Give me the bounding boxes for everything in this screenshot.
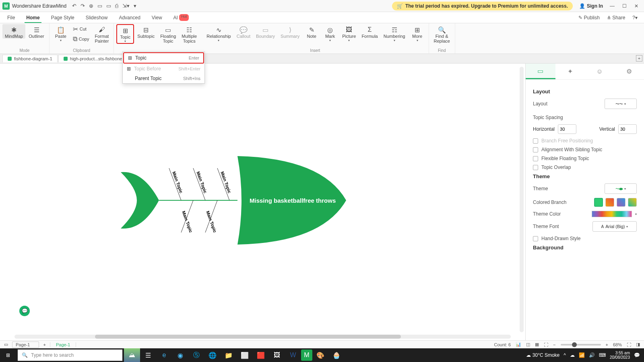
maximize-button[interactable]: ☐ [619, 2, 630, 10]
task-view[interactable]: ☰ [140, 348, 156, 362]
doctab-1[interactable]: fishbone-diagram-1 [2, 55, 58, 62]
chrome-icon[interactable]: 🌐 [204, 348, 221, 362]
boundary-button[interactable]: ▭Boundary [254, 24, 277, 39]
zoom-in[interactable]: + [606, 342, 608, 347]
open-button[interactable]: ▭ [97, 3, 102, 9]
save-button[interactable]: ▭ [106, 3, 111, 9]
taskbar-search[interactable]: 🔍 Type here to search [18, 350, 122, 361]
horizontal-input[interactable] [558, 124, 576, 134]
rtab-layout[interactable]: ▭ [526, 64, 555, 79]
tray-chevron[interactable]: ^ [564, 352, 566, 358]
ie-icon[interactable]: e [156, 348, 172, 362]
export-button[interactable]: ⇲▾ [122, 3, 130, 9]
dropdown-item-topic[interactable]: ⊞ Topic Enter [123, 52, 204, 64]
theme-font-select[interactable]: AArial (Big)▾ [592, 221, 637, 232]
paste-button[interactable]: 📋Paste▾ [52, 24, 70, 42]
zoom-icon[interactable]: ⬜ [237, 348, 253, 362]
page-select[interactable]: Page-1 [12, 341, 39, 348]
weather-widget[interactable]: ☁ 30°C Smoke [526, 352, 559, 358]
edge-icon[interactable]: ◉ [172, 348, 188, 362]
v-scrollbar[interactable] [520, 67, 524, 332]
zoom-knob[interactable] [572, 342, 577, 347]
fit-button[interactable]: ⛶ [544, 342, 548, 347]
minimize-button[interactable]: — [607, 2, 617, 10]
app-icon-2[interactable]: 🧁 [328, 348, 345, 362]
copy-button[interactable]: ⧉Copy [70, 34, 92, 44]
add-page-button[interactable]: + [43, 342, 45, 347]
explorer-icon[interactable]: 📁 [221, 348, 237, 362]
pages-icon[interactable]: ▭ [4, 342, 8, 347]
help-button[interactable]: ?▾ [632, 15, 638, 23]
dropdown-item-parent-topic[interactable]: Parent Topic Shift+Ins [123, 74, 204, 83]
fullscreen-button[interactable]: ⛶ [627, 342, 631, 347]
tab-home[interactable]: Home [26, 15, 39, 23]
swatch-1[interactable] [594, 198, 603, 207]
tray-onedrive[interactable]: ☁ [570, 352, 575, 358]
undo-button[interactable]: ↶ [72, 3, 76, 9]
redo-button[interactable]: ↷ [80, 3, 85, 9]
paint-icon[interactable]: 🎨 [312, 348, 328, 362]
h-scroll-thumb[interactable] [95, 335, 401, 339]
multiple-topics-button[interactable]: ☷Multiple Topics [179, 24, 199, 43]
tab-advanced[interactable]: Advanced [119, 15, 140, 23]
doctab-2[interactable]: high-product...sts-fishbone [58, 55, 128, 62]
rtab-icon[interactable]: ☺ [585, 64, 615, 79]
picture-button[interactable]: 🖼Picture▾ [340, 24, 358, 42]
qat-more[interactable]: ▾ [134, 3, 136, 9]
bone-label[interactable]: Main Topic [196, 171, 208, 194]
cut-button[interactable]: ✂Cut [70, 24, 92, 34]
align-sibling-check[interactable]: Alignment With Sibling Topic [533, 147, 637, 152]
mark-button[interactable]: ◎Mark▾ [321, 24, 339, 42]
tray-volume[interactable]: 🔊 [589, 352, 595, 358]
swatch-2[interactable] [605, 198, 614, 207]
page-tab-active[interactable]: Page-1 [50, 342, 76, 347]
tab-ai[interactable]: AI Hot [173, 15, 189, 23]
bone-label[interactable]: Main Topic [220, 171, 232, 194]
signin-button[interactable]: 👤 Sign In [579, 3, 603, 9]
find-replace-button[interactable]: 🔍Find & Replace [431, 24, 452, 43]
print-button[interactable]: ⎙ [115, 3, 118, 9]
skype-icon[interactable]: Ⓢ [188, 348, 204, 362]
close-button[interactable]: ✕ [631, 2, 642, 10]
rtab-settings[interactable]: ⚙ [615, 64, 644, 79]
summary-button[interactable]: ⟩Summary [278, 24, 302, 39]
h-scrollbar[interactable] [14, 335, 511, 339]
tab-view[interactable]: View [152, 15, 162, 23]
note-button[interactable]: ✎Note [303, 24, 320, 39]
canvas[interactable]: Missing basketballfree throws Main Topic… [0, 64, 525, 340]
callout-button[interactable]: 💬Callout [234, 24, 253, 39]
new-button[interactable]: ⊕ [89, 3, 93, 9]
topic-button[interactable]: ⊞Topic▾ [116, 24, 134, 44]
flexible-floating-check[interactable]: Flexible Floating Topic [533, 156, 637, 161]
numbering-button[interactable]: ☶Numbering▾ [381, 24, 408, 42]
swatch-3[interactable] [617, 198, 625, 207]
outliner-mode-button[interactable]: ☰Outliner [26, 24, 47, 39]
tab-file[interactable]: File [7, 15, 15, 23]
theme-color-select[interactable] [592, 211, 632, 217]
fishbone-diagram[interactable]: Missing basketballfree throws Main Topic… [121, 148, 362, 261]
relationship-button[interactable]: ∿Relationship▾ [204, 24, 233, 42]
cortana-icon[interactable]: ⛰ [124, 348, 140, 362]
tray-wifi[interactable]: 📶 [579, 352, 585, 358]
bone-label[interactable]: Main Topic [205, 210, 218, 233]
notifications-icon[interactable]: 💬 [634, 352, 640, 358]
tab-page-style[interactable]: Page Style [51, 15, 74, 23]
more-button[interactable]: ⊞More▾ [409, 24, 426, 42]
trial-banner[interactable]: 🛒 The trial period has expired. Upgrade … [392, 2, 573, 10]
tab-slideshow[interactable]: Slideshow [86, 15, 108, 23]
edrawmind-icon[interactable]: M [301, 350, 312, 361]
vertical-input[interactable] [618, 124, 637, 134]
mindmap-mode-button[interactable]: ✱MindMap [2, 24, 25, 39]
start-button[interactable]: ⊞ [0, 352, 16, 358]
floating-topic-button[interactable]: ▭Floating Topic [158, 24, 178, 43]
photos-icon[interactable]: 🖼 [269, 348, 285, 362]
subtopic-button[interactable]: ⊟Subtopic [135, 24, 157, 39]
tray-lang[interactable]: ⌨ [599, 352, 606, 358]
formula-button[interactable]: ΣFormula [359, 24, 380, 39]
zoom-slider[interactable] [561, 344, 601, 346]
app-icon-1[interactable]: 🟥 [253, 348, 269, 362]
help-bubble[interactable]: 💬 [19, 306, 30, 316]
bone-label[interactable]: Main Topic [181, 210, 194, 233]
zoom-out[interactable]: − [553, 342, 555, 347]
share-button[interactable]: ⋔ Share [607, 15, 625, 23]
